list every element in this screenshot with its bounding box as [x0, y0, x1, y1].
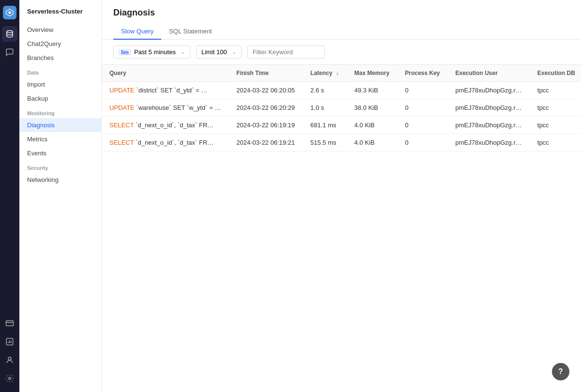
nav-icon-database[interactable]	[2, 26, 17, 42]
sql-keyword: SELECT	[109, 121, 134, 129]
tab-sql-statement[interactable]: SQL Statement	[161, 24, 219, 40]
sql-rest: `warehouse` SET `w_ytd` = …	[135, 104, 221, 111]
sidebar-item-metrics[interactable]: Metrics	[19, 132, 101, 146]
sidebar-item-import[interactable]: Import	[19, 77, 101, 91]
filter-keyword-input[interactable]	[247, 45, 325, 59]
page-title: Diagnosis	[113, 8, 569, 18]
cell-process-key: 0	[397, 117, 447, 134]
col-execution-db: Execution DB	[530, 65, 581, 82]
cell-max-memory: 38.0 KiB	[347, 99, 398, 117]
icon-rail	[0, 0, 19, 392]
cell-max-memory: 4.0 KiB	[347, 134, 398, 151]
time-range-select[interactable]: 5m Past 5 minutes ⌄	[113, 45, 190, 59]
sql-keyword: SELECT	[109, 139, 134, 146]
toolbar: 5m Past 5 minutes ⌄ Limit 100 ⌄	[102, 40, 581, 65]
section-label-monitoring: Monitoring	[19, 106, 101, 118]
limit-select[interactable]: Limit 100 ⌄	[196, 45, 242, 59]
table-container: Query Finish Time Latency ↓ Max Memory P…	[102, 65, 581, 392]
cell-latency: 2.6 s	[303, 82, 347, 99]
cell-finish-time: 2024-03-22 06:19:21	[229, 134, 303, 151]
sidebar-item-backup[interactable]: Backup	[19, 91, 101, 106]
cell-execution-db: tpcc	[530, 99, 581, 117]
cluster-name: Serverless-Cluster	[19, 8, 101, 23]
cell-process-key: 0	[397, 82, 447, 99]
time-badge: 5m	[119, 49, 131, 56]
sql-keyword: UPDATE	[109, 87, 135, 94]
col-max-memory: Max Memory	[347, 65, 398, 82]
col-execution-user: Execution User	[448, 65, 530, 82]
cell-query: SELECT `d_next_o_id`, `d_tax` FR…	[102, 134, 229, 151]
cell-execution-user: pmEJ78xuDhopGzg.r…	[448, 99, 530, 117]
cell-execution-user: pmEJ78xuDhopGzg.r…	[448, 82, 530, 99]
cell-execution-user: pmEJ78xuDhopGzg.r…	[448, 134, 530, 151]
sort-icon-latency: ↓	[336, 70, 339, 76]
sql-rest: `d_next_o_id`, `d_tax` FR…	[134, 139, 214, 146]
sidebar-item-branches[interactable]: Branches	[19, 51, 101, 65]
cell-query: UPDATE `warehouse` SET `w_ytd` = …	[102, 99, 229, 117]
table-row: UPDATE `district` SET `d_ytd` = …2024-03…	[102, 82, 581, 99]
sidebar-item-diagnosis[interactable]: Diagnosis	[19, 118, 101, 132]
time-select-arrow: ⌄	[181, 49, 185, 55]
nav-icon-chat[interactable]	[2, 45, 17, 60]
col-process-key: Process Key	[397, 65, 447, 82]
sql-rest: `d_next_o_id`, `d_tax` FR…	[134, 121, 214, 129]
table-row: SELECT `d_next_o_id`, `d_tax` FR…2024-03…	[102, 117, 581, 134]
cell-max-memory: 4.0 KiB	[347, 117, 398, 134]
col-query: Query	[102, 65, 229, 82]
slow-query-table: Query Finish Time Latency ↓ Max Memory P…	[102, 65, 581, 151]
col-latency[interactable]: Latency ↓	[303, 65, 347, 82]
sql-keyword: UPDATE	[109, 104, 135, 111]
main-header: Diagnosis Slow Query SQL Statement	[102, 0, 581, 40]
cell-query: SELECT `d_next_o_id`, `d_tax` FR…	[102, 117, 229, 134]
nav-icon-reports[interactable]	[2, 334, 17, 349]
cell-latency: 681.1 ms	[303, 117, 347, 134]
cell-execution-db: tpcc	[530, 82, 581, 99]
limit-select-arrow: ⌄	[232, 49, 236, 55]
cell-process-key: 0	[397, 99, 447, 117]
cell-execution-db: tpcc	[530, 134, 581, 151]
cell-execution-db: tpcc	[530, 117, 581, 134]
cell-latency: 1.0 s	[303, 99, 347, 117]
cell-query: UPDATE `district` SET `d_ytd` = …	[102, 82, 229, 99]
tab-slow-query[interactable]: Slow Query	[113, 24, 161, 40]
table-row: UPDATE `warehouse` SET `w_ytd` = …2024-0…	[102, 99, 581, 117]
main-content: Diagnosis Slow Query SQL Statement 5m Pa…	[102, 0, 581, 392]
time-label: Past 5 minutes	[134, 48, 176, 56]
cell-max-memory: 49.3 KiB	[347, 82, 398, 99]
cell-execution-user: pmEJ78xuDhopGzg.r…	[448, 117, 530, 134]
section-label-security: Security	[19, 160, 101, 173]
cell-finish-time: 2024-03-22 06:20:29	[229, 99, 303, 117]
nav-icon-user[interactable]	[2, 352, 17, 368]
cell-latency: 515.5 ms	[303, 134, 347, 151]
nav-icon-settings[interactable]	[2, 371, 17, 386]
svg-rect-3	[6, 321, 14, 326]
svg-point-9	[8, 357, 11, 360]
sidebar-item-networking[interactable]: Networking	[19, 173, 101, 187]
cell-process-key: 0	[397, 134, 447, 151]
app-logo	[3, 6, 16, 19]
table-row: SELECT `d_next_o_id`, `d_tax` FR…2024-03…	[102, 134, 581, 151]
svg-point-1	[8, 11, 11, 14]
help-button[interactable]: ?	[552, 363, 569, 380]
cell-finish-time: 2024-03-22 06:19:19	[229, 117, 303, 134]
nav-icon-billing[interactable]	[2, 316, 17, 331]
sidebar-item-overview[interactable]: Overview	[19, 23, 101, 37]
cell-finish-time: 2024-03-22 06:20:05	[229, 82, 303, 99]
svg-point-10	[9, 377, 11, 380]
sidebar: Serverless-Cluster Overview Chat2Query B…	[19, 0, 102, 392]
sql-rest: `district` SET `d_ytd` = …	[135, 87, 207, 94]
limit-label: Limit 100	[201, 48, 227, 56]
svg-point-2	[7, 30, 13, 33]
tab-bar: Slow Query SQL Statement	[113, 24, 569, 39]
col-finish-time: Finish Time	[229, 65, 303, 82]
sidebar-item-chat2query[interactable]: Chat2Query	[19, 37, 101, 51]
table-header-row: Query Finish Time Latency ↓ Max Memory P…	[102, 65, 581, 82]
sidebar-item-events[interactable]: Events	[19, 146, 101, 160]
section-label-data: Data	[19, 65, 101, 77]
